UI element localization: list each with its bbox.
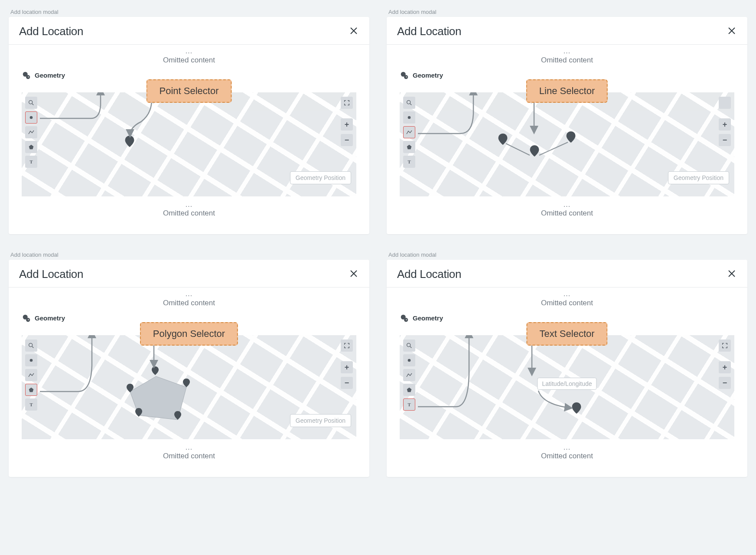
panel-line: Add location modal Add Location ... Omit…: [387, 9, 747, 234]
ellipsis: ...: [22, 292, 356, 296]
modal-title: Add Location: [397, 25, 461, 38]
close-icon: [727, 268, 737, 279]
modal-body: ... Omitted content + Geometry Point Sel…: [9, 45, 369, 234]
fullscreen-icon: [343, 99, 350, 106]
map-canvas[interactable]: T + −: [22, 92, 356, 196]
svg-text:+: +: [405, 318, 407, 322]
map-controls: + −: [341, 340, 353, 389]
map-controls: + −: [341, 97, 353, 146]
ellipsis: ...: [400, 445, 734, 450]
svg-text:+: +: [27, 318, 29, 322]
modal-body: ... Omitted content + Geometry Text Sele…: [387, 287, 747, 477]
panel-text: Add location modal Add Location ... Omit…: [387, 251, 747, 477]
section-label: Geometry: [413, 314, 443, 322]
panel-point: Add location modal Add Location ... Omit…: [9, 9, 369, 234]
ellipsis: ...: [400, 292, 734, 296]
modal-header: Add Location: [387, 17, 747, 45]
section-header: + Geometry: [22, 71, 356, 80]
annotation-arrows: [400, 92, 703, 196]
zoom-out-button[interactable]: −: [341, 377, 353, 389]
close-button[interactable]: [727, 26, 737, 38]
fullscreen-icon: [343, 342, 350, 349]
map-canvas[interactable]: T + −: [22, 335, 356, 439]
section-header: + Geometry: [22, 313, 356, 323]
map-controls: + −: [719, 340, 731, 389]
modal: Add Location ... Omitted content + Geome…: [387, 260, 747, 477]
panel-caption: Add location modal: [9, 9, 369, 15]
modal: Add Location ... Omitted content + Geome…: [9, 17, 369, 234]
panel-polygon: Add location modal Add Location ... Omit…: [9, 251, 369, 477]
selector-callout: Polygon Selector: [140, 322, 238, 346]
close-button[interactable]: [349, 268, 359, 281]
fullscreen-button[interactable]: [719, 97, 731, 109]
ellipsis: ...: [22, 202, 356, 207]
svg-text:+: +: [27, 75, 29, 79]
map-wrap: Polygon Selector T + −: [22, 335, 356, 439]
close-icon: [349, 268, 359, 279]
map-wrap: Text Selector T + −: [400, 335, 734, 439]
modal: Add Location ... Omitted content + Geome…: [387, 17, 747, 234]
section-label: Geometry: [35, 314, 65, 322]
panel-caption: Add location modal: [9, 251, 369, 258]
modal-header: Add Location: [387, 260, 747, 287]
modal-title: Add Location: [397, 268, 461, 281]
omitted-bottom: Omitted content: [22, 206, 356, 221]
ellipsis: ...: [400, 49, 734, 53]
map-canvas[interactable]: T + − Latitude/Longitude: [400, 335, 734, 439]
zoom-in-button[interactable]: +: [341, 361, 353, 373]
annotation-arrows: [22, 92, 325, 196]
fullscreen-button[interactable]: [341, 97, 353, 109]
omitted-top: Omitted content: [22, 296, 356, 311]
panel-caption: Add location modal: [387, 9, 747, 15]
zoom-in-button[interactable]: +: [719, 361, 731, 373]
geometry-icon: +: [22, 71, 31, 80]
omitted-top: Omitted content: [400, 296, 734, 311]
panel-caption: Add location modal: [387, 251, 747, 258]
annotation-arrows: [22, 335, 325, 439]
omitted-bottom: Omitted content: [400, 449, 734, 464]
modal-header: Add Location: [9, 17, 369, 45]
map-wrap: Point Selector T + −: [22, 92, 356, 196]
omitted-top: Omitted content: [400, 53, 734, 68]
zoom-out-button[interactable]: −: [719, 134, 731, 146]
omitted-bottom: Omitted content: [400, 206, 734, 221]
selector-callout: Line Selector: [526, 79, 608, 103]
ellipsis: ...: [400, 202, 734, 207]
fullscreen-button[interactable]: [719, 340, 731, 352]
map-canvas[interactable]: T + −: [400, 92, 734, 196]
modal-header: Add Location: [9, 260, 369, 287]
modal-title: Add Location: [19, 268, 83, 281]
omitted-bottom: Omitted content: [22, 449, 356, 464]
fullscreen-icon: [721, 99, 728, 106]
section-header: + Geometry: [400, 313, 734, 323]
close-button[interactable]: [727, 268, 737, 281]
zoom-out-button[interactable]: −: [341, 134, 353, 146]
zoom-in-button[interactable]: +: [341, 118, 353, 131]
close-icon: [349, 26, 359, 36]
geometry-icon: +: [22, 313, 31, 323]
svg-line-17: [539, 142, 568, 155]
map-wrap: Line Selector T + −: [400, 92, 734, 196]
section-label: Geometry: [413, 72, 443, 79]
map-controls: + −: [719, 97, 731, 146]
svg-line-16: [506, 144, 530, 155]
close-icon: [727, 26, 737, 36]
fullscreen-button[interactable]: [341, 340, 353, 352]
ellipsis: ...: [22, 445, 356, 450]
close-button[interactable]: [349, 26, 359, 38]
fullscreen-icon: [721, 342, 728, 349]
section-header: + Geometry: [400, 71, 734, 80]
svg-text:+: +: [405, 75, 407, 79]
section-label: Geometry: [35, 72, 65, 79]
modal-body: ... Omitted content + Geometry Polygon S…: [9, 287, 369, 477]
modal-title: Add Location: [19, 25, 83, 38]
geometry-icon: +: [400, 313, 409, 323]
ellipsis: ...: [22, 49, 356, 53]
selector-callout: Point Selector: [147, 79, 232, 103]
zoom-out-button[interactable]: −: [719, 377, 731, 389]
annotation-arrows: [400, 335, 703, 439]
geometry-icon: +: [400, 71, 409, 80]
zoom-in-button[interactable]: +: [719, 118, 731, 131]
modal: Add Location ... Omitted content + Geome…: [9, 260, 369, 477]
omitted-top: Omitted content: [22, 53, 356, 68]
